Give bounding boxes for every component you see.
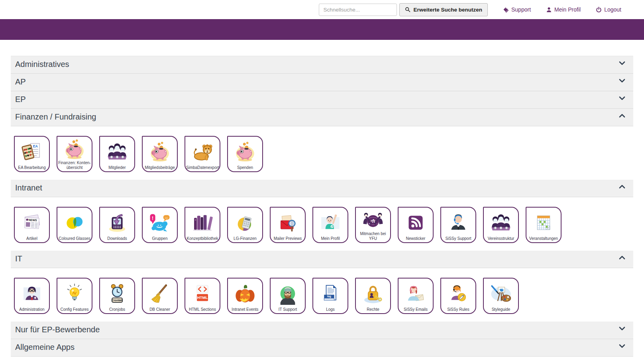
section-title: Finanzen / Fundraising [15, 112, 96, 122]
section-intranet: Intranet Artikel Coloured Glasses Downlo… [11, 180, 633, 251]
piggy-bank-icon [148, 141, 171, 163]
app-tile-label: SiSSy Emails [399, 307, 432, 312]
app-tile[interactable]: HTML Sections [185, 278, 220, 314]
app-tile[interactable]: Downloads [99, 207, 135, 243]
app-tile[interactable]: Intranet Events [227, 278, 263, 314]
app-accordion: Administratives AP EP Finanzen / Fundrai… [11, 56, 633, 357]
easel-palette-icon [489, 283, 512, 305]
section-header[interactable]: Nur für EP-Bewerbende [11, 322, 633, 339]
section-header[interactable]: AP [11, 74, 633, 91]
app-tile-label: SimbaDatenexport [186, 165, 219, 171]
padlock-key-icon [361, 283, 385, 305]
tags-icon [503, 7, 509, 13]
app-tile-label: Cronjobs [101, 307, 134, 312]
section-header[interactable]: Administratives [11, 56, 633, 74]
coloured-circles-icon [63, 212, 86, 234]
app-tile-label: Veranstaltungen [527, 236, 560, 241]
app-tile-label: Coloured Glasses [58, 236, 91, 241]
newspaper-icon [20, 212, 43, 234]
app-tile[interactable]: Spenden [227, 136, 263, 172]
app-tile[interactable]: Finanzen: Konten-übersicht [57, 136, 92, 172]
app-tile-label: Mitgliedsbeiträge [143, 165, 176, 171]
support-link[interactable]: Support [503, 6, 531, 13]
rss-icon [404, 212, 427, 234]
app-tile[interactable]: SiSSy Emails [398, 278, 434, 314]
app-tile[interactable]: Konzeptbibliothek [185, 207, 220, 243]
app-tile-label: Rechte [357, 307, 389, 312]
app-tile[interactable]: Newsticker [398, 207, 434, 243]
app-tile[interactable]: LG-Finanzen [227, 207, 263, 243]
tile-grid: EA Bearbeitung Finanzen: Konten-übersich… [11, 126, 633, 180]
app-tile[interactable]: Mein Profil [312, 207, 348, 243]
section-ep: EP [11, 91, 633, 109]
app-tile-label: SiSSy Support [442, 236, 475, 241]
section-header[interactable]: IT [11, 251, 633, 268]
light-bulb-icon [63, 283, 86, 305]
app-tile[interactable]: Administration [14, 278, 50, 314]
app-tile-label: Newsticker [399, 236, 432, 241]
app-tile-label: Downloads [101, 236, 134, 241]
app-tile[interactable]: Gruppen [142, 207, 178, 243]
app-tile[interactable]: Vereinsstruktur [483, 207, 519, 243]
app-tile[interactable]: Mailer Previews [270, 207, 306, 243]
section-header[interactable]: Allgemeine Apps [11, 339, 633, 357]
books-icon [191, 212, 214, 234]
app-tile[interactable]: Mitgliedsbeiträge [142, 136, 178, 172]
calculator-pie-icon [234, 212, 257, 234]
app-tile[interactable]: Cronjobs [99, 278, 135, 314]
app-tile-label: Spenden [229, 165, 261, 171]
section-administratives: Administratives [11, 56, 633, 74]
chevron-down-icon [618, 78, 626, 83]
section-ap: AP [11, 74, 633, 91]
app-tile[interactable]: Mitmachen bei YFU [355, 207, 391, 243]
section-header[interactable]: EP [11, 91, 633, 109]
app-tile[interactable]: Config Features [57, 278, 92, 314]
app-tile[interactable]: DB Cleaner [142, 278, 178, 314]
app-tile-label: Mitglieder [101, 165, 134, 171]
app-tile[interactable]: SiSSy Rules [440, 278, 476, 314]
app-tile[interactable]: Artikel [14, 207, 50, 243]
support-headset-man-icon [447, 212, 470, 234]
person-raising-hand-icon [319, 212, 342, 234]
app-tile[interactable]: Veranstaltungen [526, 207, 562, 243]
chevron-down-icon [618, 96, 626, 101]
section-header[interactable]: Finanzen / Fundraising [11, 109, 633, 126]
chevron-up-icon [618, 255, 626, 260]
app-tile-label: DB Cleaner [143, 307, 176, 312]
app-tile-label: Konzeptbibliothek [186, 236, 219, 241]
log-document-icon [319, 283, 342, 305]
app-tile-label: Intranet Events [229, 307, 261, 312]
app-tile-label: Vereinsstruktur [485, 236, 517, 241]
app-tile[interactable]: SimbaDatenexport [185, 136, 220, 172]
lion-icon [191, 141, 214, 163]
app-tile-label: IT Support [271, 307, 304, 312]
app-tile[interactable]: IT Support [270, 278, 306, 314]
advanced-search-button[interactable]: Erweiterte Suche benutzen [399, 3, 488, 16]
app-tile[interactable]: Coloured Glasses [57, 207, 92, 243]
app-tile[interactable]: EA Bearbeitung [14, 136, 50, 172]
my-profile-link[interactable]: Mein Profil [546, 6, 581, 13]
section-title: EP [15, 94, 26, 105]
app-tile[interactable]: Logs [312, 278, 348, 314]
app-tile-label: LG-Finanzen [229, 236, 261, 241]
app-tile-label: HTML Sections [186, 307, 219, 312]
headset-woman-pencil-icon [447, 283, 470, 305]
envelope-magnifier-icon [276, 212, 299, 234]
section-finanzen-fundraising: Finanzen / Fundraising EA Bearbeitung Fi… [11, 109, 633, 180]
section-header[interactable]: Intranet [11, 180, 633, 197]
chevron-down-icon [618, 61, 626, 66]
app-tile[interactable]: SiSSy Support [440, 207, 476, 243]
calendar-icon [532, 212, 555, 234]
download-device-icon [106, 212, 129, 234]
app-tile[interactable]: Rechte [355, 278, 391, 314]
members-group-icon [489, 212, 512, 234]
app-tile[interactable]: Styleguide [483, 278, 519, 314]
piggy-bank-icon [63, 138, 86, 161]
advanced-search-label: Erweiterte Suche benutzen [413, 7, 482, 13]
app-tile-label: Styleguide [485, 307, 517, 312]
section-title: Administratives [15, 59, 69, 70]
logout-link[interactable]: Logout [596, 6, 621, 13]
chevron-up-icon [618, 113, 626, 118]
app-tile[interactable]: Mitglieder [99, 136, 135, 172]
search-input[interactable] [319, 4, 397, 16]
